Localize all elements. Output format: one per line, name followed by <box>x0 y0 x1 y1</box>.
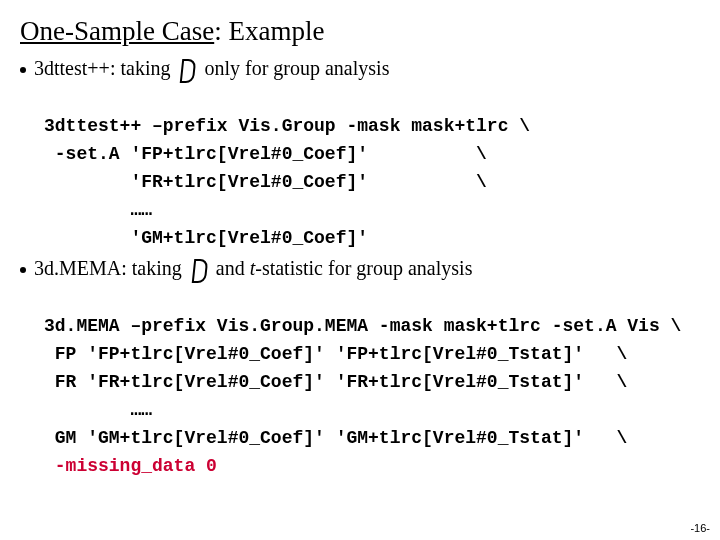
slide-title: One-Sample Case: Example <box>20 16 700 47</box>
bullet-icon <box>20 267 26 273</box>
bullet-2-mid: and <box>216 257 250 279</box>
code2-line2: FP 'FP+tlrc[Vrel#0_Coef]' 'FP+tlrc[Vrel#… <box>44 344 627 364</box>
title-rest: : Example <box>214 16 324 46</box>
code2-line3: FR 'FR+tlrc[Vrel#0_Coef]' 'FR+tlrc[Vrel#… <box>44 372 627 392</box>
code-block-2: 3d.MEMA –prefix Vis.Group.MEMA -mask mas… <box>44 285 700 480</box>
bullet-1-text: 3dttest++: taking only for group analysi… <box>34 57 389 83</box>
bullet-1: 3dttest++: taking only for group analysi… <box>20 57 700 83</box>
code2-line5: GM 'GM+tlrc[Vrel#0_Coef]' 'GM+tlrc[Vrel#… <box>44 428 627 448</box>
code1-line1: 3dttest++ –prefix Vis.Group -mask mask+t… <box>44 116 530 136</box>
bullet-icon <box>20 67 26 73</box>
beta-symbol-icon <box>189 257 209 283</box>
code2-line6: -missing_data 0 <box>44 456 217 476</box>
code1-line4: …… <box>44 200 152 220</box>
bullet-2-text: 3d.MEMA: taking and t-statistic for grou… <box>34 257 472 283</box>
code1-line3: 'FR+tlrc[Vrel#0_Coef]' \ <box>44 172 487 192</box>
bullet-1-prefix: 3dttest++: taking <box>34 57 175 79</box>
bullet-2-prefix: 3d.MEMA: taking <box>34 257 187 279</box>
bullet-2: 3d.MEMA: taking and t-statistic for grou… <box>20 257 700 283</box>
code-block-1: 3dttest++ –prefix Vis.Group -mask mask+t… <box>44 85 700 252</box>
code2-line4: …… <box>44 400 152 420</box>
code2-line1: 3d.MEMA –prefix Vis.Group.MEMA -mask mas… <box>44 316 681 336</box>
bullet-1-suffix: only for group analysis <box>204 57 389 79</box>
beta-symbol-icon <box>177 57 197 83</box>
page-number: -16- <box>690 522 710 534</box>
code1-line5: 'GM+tlrc[Vrel#0_Coef]' <box>44 228 368 248</box>
title-underlined: One-Sample Case <box>20 16 214 46</box>
bullet-2-suffix: -statistic for group analysis <box>255 257 472 279</box>
code1-line2: -set.A 'FP+tlrc[Vrel#0_Coef]' \ <box>44 144 487 164</box>
